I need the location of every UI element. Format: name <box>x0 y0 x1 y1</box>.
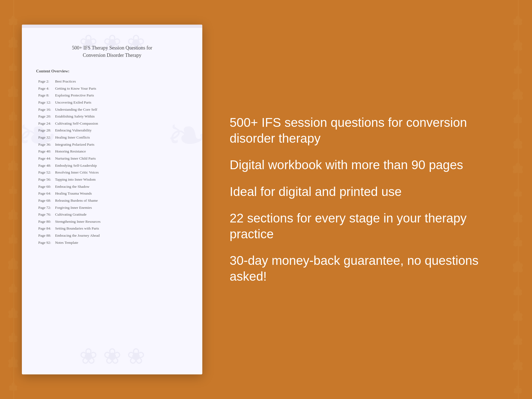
feature-item: 22 sections for every stage in your ther… <box>230 210 510 242</box>
toc-item: Page 28: Embracing Vulnerability <box>36 127 188 134</box>
content-overview-label: Content Overview: <box>36 69 188 74</box>
main-layout: ❀ ❀ ❀ ❧ ❧ ❀ ❀ ❀ 500+ IFS Therapy Session… <box>0 0 532 399</box>
toc-item: Page 4: Getting to Know Your Parts <box>36 85 188 92</box>
toc-item: Page 52: Resolving Inner Critic Voices <box>36 169 188 176</box>
toc-item: Page 44: Nurturing Inner Child Parts <box>36 155 188 162</box>
toc-item: Page 84: Setting Boundaries with Parts <box>36 225 188 232</box>
feature-item: 30-day money-back guarantee, no question… <box>230 253 510 284</box>
feature-item: 500+ IFS session questions for conversio… <box>230 115 510 146</box>
toc-item: Page 80: Strengthening Inner Resources <box>36 218 188 225</box>
feature-item: Digital workbook with more than 90 pages <box>230 157 510 173</box>
document-title: 500+ IFS Therapy Session Questions for C… <box>36 44 188 59</box>
toc-item: Page 8: Exploring Protective Parts <box>36 92 188 99</box>
table-of-contents: Page 2: Best PracticesPage 4: Getting to… <box>36 78 188 246</box>
toc-item: Page 40: Honoring Resistance <box>36 148 188 155</box>
toc-item: Page 88: Embracing the Journey Ahead <box>36 232 188 239</box>
document-preview: ❀ ❀ ❀ ❧ ❧ ❀ ❀ ❀ 500+ IFS Therapy Session… <box>22 25 202 374</box>
toc-item: Page 64: Healing Trauma Wounds <box>36 190 188 197</box>
toc-item: Page 2: Best Practices <box>36 78 188 85</box>
toc-item: Page 36: Integrating Polarized Parts <box>36 141 188 148</box>
toc-item: Page 56: Tapping into Inner Wisdom <box>36 176 188 183</box>
toc-item: Page 92: Notes Template <box>36 239 188 246</box>
toc-item: Page 20: Establishing Safety Within <box>36 113 188 120</box>
toc-item: Page 12: Uncovering Exiled Parts <box>36 99 188 106</box>
toc-item: Page 24: Cultivating Self-Compassion <box>36 120 188 127</box>
right-content: 500+ IFS session questions for conversio… <box>224 115 510 284</box>
toc-item: Page 16: Understanding the Core Self <box>36 106 188 113</box>
toc-item: Page 32: Healing Inner Conflicts <box>36 134 188 141</box>
toc-item: Page 48: Embodying Self-Leadership <box>36 162 188 169</box>
toc-item: Page 72: Forgiving Inner Enemies <box>36 204 188 211</box>
toc-item: Page 76: Cultivating Gratitude <box>36 211 188 218</box>
toc-item: Page 68: Releasing Burdens of Shame <box>36 197 188 204</box>
feature-item: Ideal for digital and printed use <box>230 184 510 200</box>
toc-item: Page 60: Embracing the Shadow <box>36 183 188 190</box>
doc-watermark-bottom: ❀ ❀ ❀ <box>79 344 145 369</box>
